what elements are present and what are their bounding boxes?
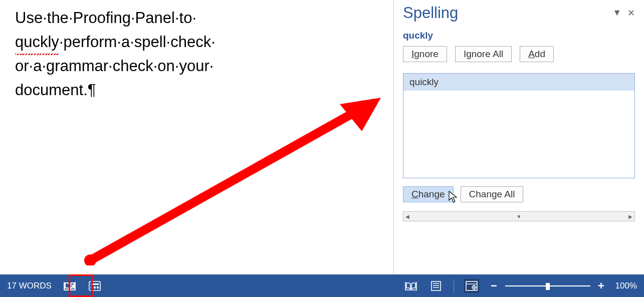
svg-rect-5 bbox=[94, 286, 96, 288]
word-count[interactable]: 17 WORDS bbox=[7, 281, 52, 291]
zoom-slider[interactable] bbox=[505, 285, 590, 286]
svg-rect-3 bbox=[89, 281, 100, 290]
svg-rect-8 bbox=[432, 281, 441, 290]
change-button[interactable]: Change bbox=[403, 186, 454, 202]
pane-dropdown-icon[interactable]: ▼ bbox=[612, 8, 621, 19]
ignore-all-button[interactable]: Ignore All bbox=[455, 46, 512, 62]
close-icon[interactable]: ✕ bbox=[627, 8, 635, 19]
zoom-percent[interactable]: 100% bbox=[615, 281, 637, 291]
word: Panel bbox=[135, 9, 175, 27]
svg-marker-2 bbox=[340, 98, 381, 131]
horizontal-scrollbar[interactable]: ◀ ▼ ▶ bbox=[403, 211, 635, 221]
word: Proofing bbox=[73, 9, 131, 27]
svg-rect-7 bbox=[91, 283, 99, 285]
svg-rect-4 bbox=[91, 286, 93, 288]
web-layout-view-icon[interactable] bbox=[464, 279, 479, 293]
word: Use bbox=[15, 9, 43, 27]
word: or bbox=[15, 57, 29, 75]
scroll-right-icon[interactable]: ▶ bbox=[628, 214, 632, 219]
print-layout-view-icon[interactable] bbox=[428, 279, 444, 293]
zoom-slider-thumb[interactable] bbox=[546, 283, 550, 290]
ignore-button[interactable]: Ignore bbox=[403, 46, 447, 62]
svg-rect-6 bbox=[97, 286, 99, 288]
word: document. bbox=[15, 81, 88, 99]
word: to bbox=[179, 9, 192, 27]
word: your bbox=[179, 57, 209, 75]
svg-line-1 bbox=[90, 110, 358, 260]
word: the bbox=[47, 9, 69, 27]
svg-point-0 bbox=[84, 254, 96, 265]
word: spell bbox=[134, 33, 166, 51]
paragraph[interactable]: Use·the·Proofing·Panel·to· quckly·perfor… bbox=[15, 6, 378, 102]
word: check bbox=[113, 57, 153, 75]
word: a bbox=[33, 57, 42, 75]
flagged-word: quckly bbox=[403, 30, 635, 41]
word: a bbox=[121, 33, 130, 51]
change-all-button[interactable]: Change All bbox=[461, 186, 524, 202]
word: on bbox=[157, 57, 174, 75]
zoom-out-button[interactable]: − bbox=[489, 279, 499, 292]
zoom-control: − + 100% bbox=[489, 279, 637, 292]
add-button[interactable]: Add bbox=[520, 46, 554, 62]
spelling-pane: Spelling ▼ ✕ quckly Ignore Ignore All Ad… bbox=[393, 0, 644, 274]
word: perform bbox=[64, 33, 117, 51]
pilcrow-icon: ¶ bbox=[88, 81, 96, 99]
annotation-arrow bbox=[80, 95, 381, 265]
zoom-in-button[interactable]: + bbox=[596, 279, 606, 292]
word: check bbox=[170, 33, 211, 51]
proofing-errors-icon[interactable] bbox=[63, 279, 77, 293]
suggestion-list[interactable]: quickly bbox=[403, 73, 635, 178]
word: grammar bbox=[46, 57, 108, 75]
status-bar: 17 WORDS bbox=[0, 274, 644, 297]
misspelled-word[interactable]: quckly bbox=[15, 30, 59, 54]
document-canvas[interactable]: Use·the·Proofing·Panel·to· quckly·perfor… bbox=[0, 0, 393, 274]
pane-title: Spelling bbox=[403, 4, 458, 22]
scroll-grip-icon[interactable]: ▼ bbox=[517, 214, 522, 219]
scroll-left-icon[interactable]: ◀ bbox=[405, 214, 409, 219]
macro-icon[interactable] bbox=[88, 279, 102, 293]
read-mode-view-icon[interactable] bbox=[403, 279, 418, 293]
suggestion-item[interactable]: quickly bbox=[403, 74, 634, 91]
